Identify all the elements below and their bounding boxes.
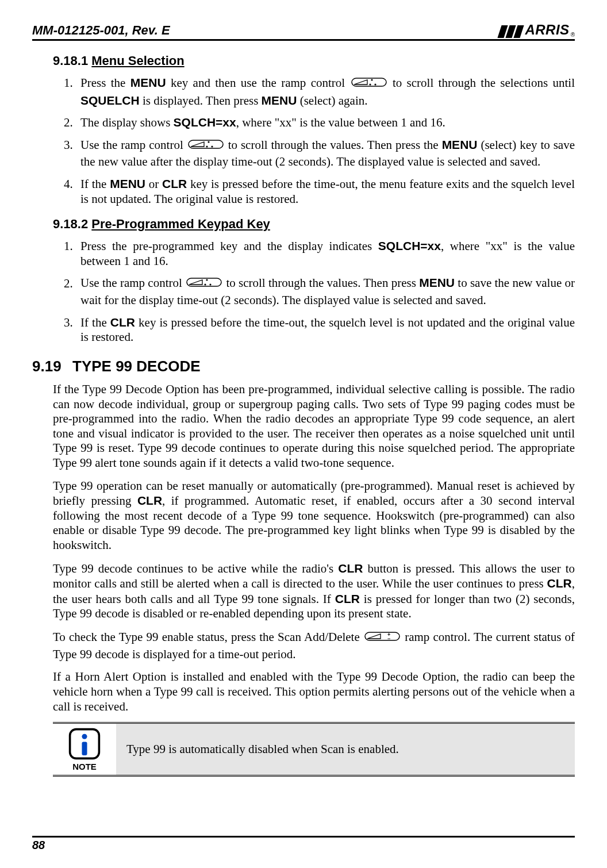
heading-menu-selection: 9.18.1 Menu Selection [53, 53, 575, 68]
page-number: 88 [32, 836, 575, 852]
svg-rect-8 [187, 278, 221, 286]
heading-title: TYPE 99 DECODE [72, 358, 201, 375]
preprogrammed-list: Press the pre-programmed key and the dis… [53, 239, 575, 345]
body-paragraph: To check the Type 99 enable status, pres… [53, 629, 575, 662]
heading-title: Menu Selection [91, 53, 184, 68]
body-paragraph: Type 99 decode continues to be active wh… [53, 561, 575, 621]
svg-point-16 [82, 734, 87, 739]
logo-registered-icon: ® [571, 32, 575, 38]
svg-point-2 [369, 83, 371, 85]
brand-logo: ARRIS® [500, 22, 575, 38]
svg-point-5 [208, 141, 209, 143]
svg-point-9 [206, 279, 208, 281]
list-item: If the MENU or CLR key is pressed before… [76, 176, 575, 206]
svg-text:−: − [387, 636, 390, 642]
heading-preprogrammed-key: 9.18.2 Pre-Programmed Keypad Key [53, 217, 575, 232]
svg-rect-0 [352, 78, 386, 86]
ramp-control-icon [351, 75, 387, 93]
note-icon-cell: NOTE [53, 724, 116, 775]
ramp-control-icon [186, 275, 222, 293]
svg-point-7 [211, 145, 213, 147]
note-box: NOTE Type 99 is automatically disabled w… [53, 722, 575, 777]
list-item: Press the MENU key and then use the ramp… [76, 75, 575, 108]
page-content: 9.18.1 Menu Selection Press the MENU key… [32, 41, 575, 777]
list-item: The display shows SQLCH=xx, where "xx" i… [76, 115, 575, 130]
heading-number: 9.18.2 [53, 217, 88, 231]
svg-point-3 [374, 83, 376, 85]
list-item: Use the ramp control to scroll through t… [76, 137, 575, 170]
logo-text: ARRIS [525, 22, 569, 38]
body-paragraph: If a Horn Alert Option is installed and … [53, 670, 575, 714]
heading-type99: 9.19TYPE 99 DECODE [32, 358, 575, 375]
svg-point-10 [204, 284, 206, 286]
svg-rect-17 [82, 742, 87, 755]
list-item: If the CLR key is pressed before the tim… [76, 315, 575, 345]
doc-number: MM-012125-001, Rev. E [32, 23, 170, 38]
logo-bar-icon [514, 25, 524, 38]
heading-number: 9.18.1 [53, 53, 88, 68]
svg-rect-12 [365, 632, 399, 640]
body-paragraph: If the Type 99 Decode Option has been pr… [53, 382, 575, 471]
list-item: Press the pre-programmed key and the dis… [76, 239, 575, 268]
page-header: MM-012125-001, Rev. E ARRIS® [32, 22, 575, 41]
note-label: NOTE [72, 762, 97, 771]
list-item: Use the ramp control to scroll through t… [76, 275, 575, 308]
svg-rect-4 [189, 140, 223, 148]
svg-point-6 [206, 145, 208, 147]
scan-add-delete-icon: +− [364, 629, 400, 647]
heading-number: 9.19 [32, 358, 72, 375]
heading-title: Pre-Programmed Keypad Key [91, 217, 270, 231]
menu-selection-list: Press the MENU key and then use the ramp… [53, 75, 575, 206]
svg-point-1 [371, 79, 372, 80]
ramp-control-icon [188, 137, 224, 155]
info-icon [68, 727, 101, 761]
svg-point-11 [209, 284, 211, 286]
body-paragraph: Type 99 operation can be reset manually … [53, 479, 575, 553]
note-text: Type 99 is automatically disabled when S… [116, 724, 575, 775]
